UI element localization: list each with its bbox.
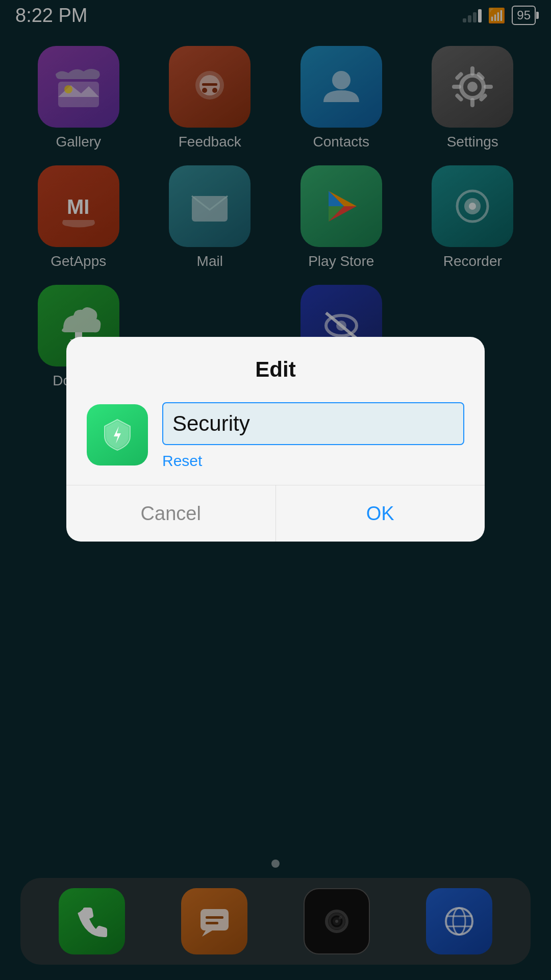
reset-link[interactable]: Reset bbox=[162, 452, 464, 470]
dialog-body: Reset bbox=[66, 397, 485, 485]
ok-button[interactable]: OK bbox=[276, 485, 485, 542]
cancel-button[interactable]: Cancel bbox=[66, 485, 276, 542]
edit-dialog: Edit Reset Cancel OK bbox=[66, 337, 485, 542]
dialog-title: Edit bbox=[66, 337, 485, 397]
security-app-icon bbox=[87, 404, 148, 465]
dialog-buttons: Cancel OK bbox=[66, 485, 485, 542]
shield-lightning-icon bbox=[99, 417, 135, 453]
app-name-input[interactable] bbox=[162, 402, 464, 445]
input-area: Reset bbox=[162, 402, 464, 470]
